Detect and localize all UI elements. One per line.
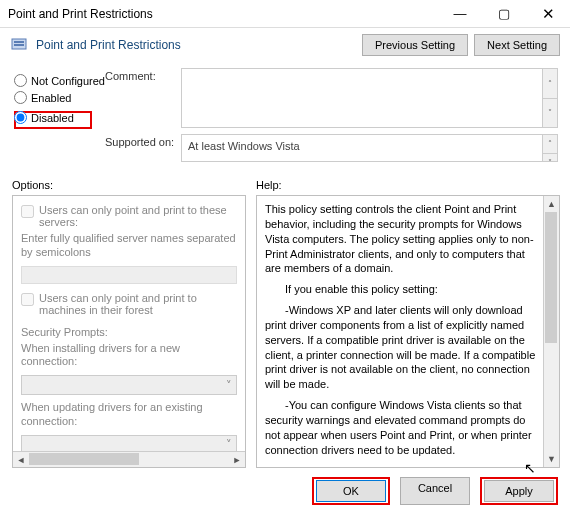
comment-spin-down[interactable]: ˅ <box>542 98 557 128</box>
checkbox-servers-input <box>21 205 34 218</box>
next-setting-button[interactable]: Next Setting <box>474 34 560 56</box>
hscroll-right-icon[interactable]: ► <box>229 452 245 468</box>
supported-spin-down[interactable]: ˅ <box>542 153 557 162</box>
vscroll-thumb[interactable] <box>545 212 557 343</box>
checkbox-forest: Users can only point and print to machin… <box>21 292 237 316</box>
highlight-disabled: Disabled <box>14 111 92 129</box>
chevron-down-icon: ˅ <box>226 379 232 392</box>
servers-input <box>21 266 237 284</box>
checkbox-forest-input <box>21 293 34 306</box>
comment-label: Comment: <box>105 68 181 82</box>
radio-enabled-label: Enabled <box>31 92 71 104</box>
ok-button[interactable]: OK <box>316 480 386 502</box>
help-vscroll[interactable]: ▲ ▼ <box>543 196 559 467</box>
svg-rect-2 <box>14 44 24 46</box>
radio-enabled-input[interactable] <box>14 91 27 104</box>
subheader: Point and Print Restrictions Previous Se… <box>0 28 570 62</box>
comment-textarea[interactable]: ˄ ˅ <box>181 68 558 128</box>
state-column: Not Configured Enabled Disabled <box>0 62 105 174</box>
help-p4: -You can configure Windows Vista clients… <box>265 398 541 457</box>
supported-spin[interactable]: ˄ ˅ <box>542 135 557 161</box>
install-dropdown: ˅ <box>21 375 237 395</box>
vscroll-up-icon[interactable]: ▲ <box>544 196 559 212</box>
radio-not-configured-label: Not Configured <box>31 75 105 87</box>
security-prompts-title: Security Prompts: <box>21 326 237 338</box>
hscroll-thumb[interactable] <box>29 453 139 465</box>
close-button[interactable]: ✕ <box>526 0 570 28</box>
update-label: When updating drivers for an existing co… <box>21 401 237 429</box>
comment-spin-up[interactable]: ˄ <box>542 69 557 98</box>
servers-note: Enter fully qualified server names separ… <box>21 232 237 260</box>
options-hscroll[interactable]: ◄ ► <box>13 451 245 467</box>
highlight-ok: OK <box>312 477 390 505</box>
radio-enabled[interactable]: Enabled <box>14 91 105 104</box>
policy-title: Point and Print Restrictions <box>36 38 362 52</box>
help-box: This policy setting controls the client … <box>256 195 560 468</box>
help-p2: If you enable this policy setting: <box>265 282 541 297</box>
radio-not-configured-input[interactable] <box>14 74 27 87</box>
supported-field: At least Windows Vista ˄ ˅ <box>181 134 558 162</box>
minimize-button[interactable]: — <box>438 0 482 28</box>
hscroll-left-icon[interactable]: ◄ <box>13 452 29 468</box>
comment-spin[interactable]: ˄ ˅ <box>542 69 557 127</box>
maximize-button[interactable]: ▢ <box>482 0 526 28</box>
checkbox-forest-label: Users can only point and print to machin… <box>39 292 237 316</box>
footer: OK Cancel Apply <box>0 468 570 505</box>
apply-button[interactable]: Apply <box>484 480 554 502</box>
svg-rect-1 <box>14 41 24 43</box>
highlight-apply: Apply <box>480 477 558 505</box>
radio-disabled-label: Disabled <box>31 112 74 124</box>
radio-disabled[interactable]: Disabled <box>14 111 74 124</box>
supported-spin-up[interactable]: ˄ <box>542 135 557 153</box>
cancel-button[interactable]: Cancel <box>400 477 470 505</box>
help-p1: This policy setting controls the client … <box>265 202 541 276</box>
help-title: Help: <box>256 179 560 191</box>
vscroll-down-icon[interactable]: ▼ <box>544 451 559 467</box>
previous-setting-button[interactable]: Previous Setting <box>362 34 468 56</box>
help-p3: -Windows XP and later clients will only … <box>265 303 541 392</box>
window-title: Point and Print Restrictions <box>8 7 438 21</box>
policy-icon <box>10 35 30 55</box>
checkbox-servers-label: Users can only point and print to these … <box>39 204 237 228</box>
options-box: Users can only point and print to these … <box>12 195 246 468</box>
chevron-down-icon: ˅ <box>226 438 232 451</box>
supported-label: Supported on: <box>105 134 181 148</box>
install-label: When installing drivers for a new connec… <box>21 342 237 370</box>
help-p5: If you do not configure this policy sett… <box>265 464 541 469</box>
radio-not-configured[interactable]: Not Configured <box>14 74 105 87</box>
checkbox-servers: Users can only point and print to these … <box>21 204 237 228</box>
radio-disabled-input[interactable] <box>14 111 27 124</box>
supported-value: At least Windows Vista <box>188 140 300 152</box>
options-title: Options: <box>12 179 246 191</box>
titlebar: Point and Print Restrictions — ▢ ✕ <box>0 0 570 28</box>
